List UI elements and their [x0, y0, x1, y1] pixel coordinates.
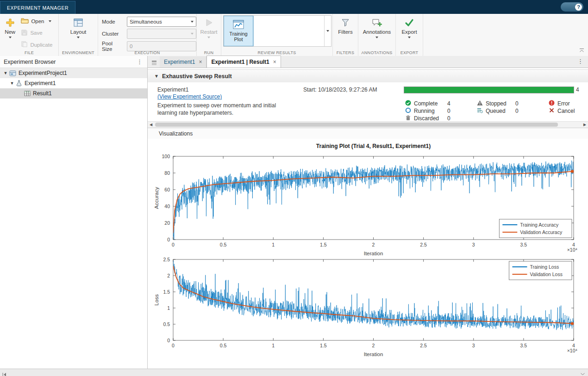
- filters-button[interactable]: Filters: [334, 15, 357, 50]
- new-button[interactable]: New: [1, 15, 19, 50]
- annotations-button[interactable]: Annotations: [360, 15, 394, 50]
- file-section-label: FILE: [0, 50, 58, 55]
- tab-experiment1-result1-label: Experiment1 | Result1: [211, 59, 269, 65]
- ribbon-section-execution: Mode Simultaneous Cluster Pool Size 0 EX…: [98, 14, 197, 56]
- svg-text:2: 2: [372, 242, 375, 247]
- restart-dropdown-caret-icon[interactable]: [207, 37, 210, 38]
- tab-bar-menu-icon[interactable]: ⋮: [576, 58, 584, 65]
- ribbon-section-export: Export EXPORT: [396, 14, 423, 56]
- gallery-dropdown-button[interactable]: [324, 16, 331, 46]
- cluster-caret-icon: [191, 33, 194, 35]
- svg-text:100: 100: [162, 154, 170, 159]
- mode-dropdown[interactable]: Simultaneous: [127, 17, 196, 27]
- svg-text:Validation Accuracy: Validation Accuracy: [520, 229, 563, 235]
- result-summary-panel: Experiment1 (View Experiment Source) Exp…: [148, 82, 588, 121]
- status-complete: Complete 4: [405, 100, 450, 107]
- tab-experiment1[interactable]: Experiment1 ×: [160, 56, 206, 68]
- export-section-label: EXPORT: [396, 50, 423, 55]
- collapse-sidebar-icon[interactable]: [2, 370, 6, 376]
- export-dropdown-caret-icon[interactable]: [408, 37, 411, 38]
- cluster-label: Cluster: [102, 31, 124, 37]
- tree-item-experiment[interactable]: ▼ Experiment1: [0, 78, 147, 88]
- status-error: Error: [549, 100, 573, 107]
- duplicate-button[interactable]: Duplicate: [19, 40, 57, 49]
- svg-text:Iteration: Iteration: [364, 351, 383, 357]
- svg-text:3.5: 3.5: [520, 242, 527, 247]
- scroll-left-arrow-icon[interactable]: ◀: [148, 122, 154, 127]
- gallery-empty-space: [254, 16, 324, 46]
- svg-text:0.5: 0.5: [220, 343, 227, 348]
- exhaustive-sweep-result-header[interactable]: ▼ Exhaustive Sweep Result: [148, 69, 588, 83]
- export-button[interactable]: Export: [397, 15, 421, 50]
- experiment-expand-caret-icon[interactable]: ▼: [9, 81, 15, 86]
- tree-item-project[interactable]: ▼ ExperimentProject1: [0, 68, 147, 78]
- save-button-label: Save: [30, 30, 42, 36]
- error-icon: [549, 100, 555, 107]
- svg-text:0.5: 0.5: [163, 321, 170, 327]
- cluster-dropdown[interactable]: [127, 29, 196, 39]
- open-dropdown-caret-icon[interactable]: [49, 20, 51, 22]
- status-stopped: Stopped 0: [477, 100, 519, 107]
- tree-item-project-label: ExperimentProject1: [19, 70, 67, 76]
- svg-text:0: 0: [167, 338, 170, 343]
- titlebar: EXPERIMENT MANAGER ?: [0, 0, 588, 14]
- tab-experiment1-result1-close-icon[interactable]: ×: [273, 59, 276, 65]
- project-expand-caret-icon[interactable]: ▼: [3, 71, 8, 75]
- save-icon: [21, 29, 28, 37]
- open-button[interactable]: Open: [19, 16, 57, 26]
- svg-text:1.5: 1.5: [320, 343, 327, 348]
- queued-list-icon: [477, 107, 483, 115]
- help-icon: ?: [575, 4, 582, 11]
- status-discarded: Discarded 0: [405, 115, 450, 121]
- training-plot-label: Training Plot: [225, 31, 251, 42]
- svg-text:40: 40: [164, 203, 170, 209]
- tab-experiment1-result1[interactable]: Experiment1 | Result1 ×: [206, 55, 281, 68]
- experiment-browser-menu-icon[interactable]: ⋮: [136, 58, 144, 65]
- layout-button[interactable]: Layout: [65, 15, 91, 50]
- svg-text:20: 20: [164, 220, 170, 226]
- section-collapse-caret-icon[interactable]: ▼: [154, 74, 159, 79]
- app-tab-experiment-manager[interactable]: EXPERIMENT MANAGER: [0, 1, 75, 14]
- loss-chart: 00.511.522.533.5400.511.522.5IterationLo…: [150, 255, 586, 359]
- mode-caret-icon: [191, 21, 194, 23]
- ribbon-section-annotations: Annotations ANNOTATIONS: [358, 14, 396, 56]
- svg-text:3.5: 3.5: [520, 343, 527, 348]
- scrollbar-thumb[interactable]: [155, 123, 558, 127]
- experiment-browser-title: Experiment Browser: [4, 59, 56, 65]
- tree-item-result-selected[interactable]: Result1: [0, 88, 147, 99]
- svg-text:0.5: 0.5: [220, 242, 227, 247]
- view-experiment-source-link[interactable]: (View Experiment Source): [157, 93, 222, 100]
- save-button[interactable]: Save: [19, 28, 57, 38]
- tab-experiment1-close-icon[interactable]: ×: [199, 59, 202, 65]
- svg-text:Training Plot (Trial 4, Result: Training Plot (Trial 4, Result1, Experim…: [316, 143, 431, 149]
- svg-text:Training Accuracy: Training Accuracy: [520, 222, 559, 228]
- document-tab-bar: Experiment1 × Experiment1 | Result1 × ⋮: [148, 56, 588, 68]
- training-plot-toggle-button[interactable]: Training Plot: [224, 16, 254, 46]
- help-button[interactable]: ?: [561, 2, 583, 12]
- pool-size-field[interactable]: 0: [127, 41, 196, 51]
- result-section-title: Exhaustive Sweep Result: [162, 73, 232, 80]
- svg-text:2.5: 2.5: [420, 343, 427, 348]
- annotations-dropdown-caret-icon[interactable]: [375, 37, 378, 38]
- layout-dropdown-caret-icon[interactable]: [77, 37, 80, 38]
- scroll-right-arrow-icon[interactable]: ▶: [582, 122, 588, 127]
- execution-section-label: EXECUTION: [98, 50, 196, 55]
- duplicate-button-label: Duplicate: [30, 42, 52, 48]
- ribbon-section-environment: Layout ENVIRONMENT: [59, 14, 98, 56]
- tab-list-icon[interactable]: [148, 60, 160, 68]
- running-icon: [405, 107, 411, 115]
- pool-size-value: 0: [130, 43, 132, 49]
- tree-item-result-label: Result1: [33, 90, 52, 97]
- status-bar: [0, 369, 588, 376]
- collapse-bottom-icon[interactable]: [580, 370, 585, 376]
- annotations-button-label: Annotations: [363, 29, 391, 35]
- svg-text:1: 1: [272, 343, 275, 348]
- svg-text:Loss: Loss: [154, 294, 159, 306]
- review-results-gallery: Training Plot: [223, 15, 332, 47]
- mode-label: Mode: [102, 19, 124, 25]
- restart-button[interactable]: Restart: [198, 15, 219, 50]
- new-dropdown-caret-icon[interactable]: [9, 37, 12, 38]
- ribbon-section-review-results: Training Plot REVIEW RESULTS: [221, 14, 333, 56]
- collapse-ribbon-icon[interactable]: [579, 46, 584, 54]
- svg-text:1: 1: [167, 305, 170, 311]
